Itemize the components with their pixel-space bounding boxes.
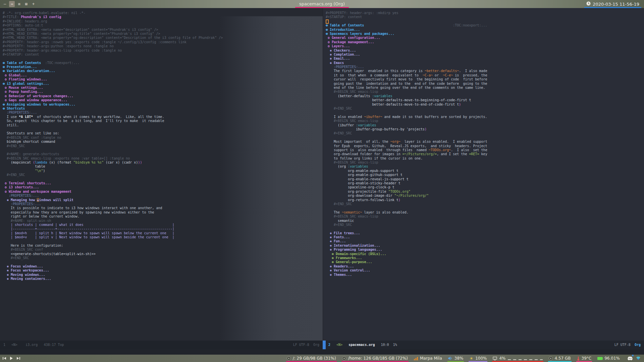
- buffer-line: o Mouse settings...: [3, 86, 323, 90]
- buffer-line: ⊛ Assigning windows to workspaces...: [3, 103, 323, 107]
- buffer-line: #+END_SRC: [326, 223, 644, 227]
- buffer-line: [326, 227, 644, 231]
- buffer-line: org-return-follows-link t): [326, 198, 644, 202]
- buffer-line: spaceline-org-clock-p t: [326, 185, 644, 189]
- buffer-line: #+HTML_HEAD_EXTRA: <meta property="og:de…: [3, 36, 323, 40]
- network-module: Marpa Mila: [411, 355, 445, 362]
- buffer-line: ✱ File trees...: [326, 231, 644, 235]
- right-mode-line[interactable]: 2 <N> spacemacs.org 10:0 1% LF UTF-8 Org: [323, 341, 644, 349]
- left-mode-line[interactable]: 1 <N> i3.org 438:17 Top LF UTF-8 Org: [0, 341, 323, 349]
- buffer-line: [3, 57, 323, 61]
- buffer-line: ✱ Themes...: [326, 273, 644, 277]
- buffer-line: ✱ Focus windows...: [3, 264, 323, 268]
- clock-icon: [586, 1, 591, 7]
- buffer-line: ✱ Email...: [326, 57, 644, 61]
- buffer-line: ⊛ Shortcuts: [3, 107, 323, 111]
- buffer-line: #+OPTIONS: auto-id:t: [3, 23, 323, 27]
- buffer-line: to follow org links if the cursor is on …: [326, 157, 644, 161]
- emacs-frame: # -*- org-confirm-babel-evaluate: nil -*…: [0, 8, 644, 355]
- media-controls: [0, 356, 20, 360]
- buffer-line: #+INCLUDE: headers.org: [3, 19, 323, 23]
- buffer-line: cursor will respectively first move to t…: [326, 77, 644, 81]
- disk-icon: [342, 356, 346, 360]
- disk-icon: [287, 356, 291, 360]
- echo-area[interactable]: [0, 349, 644, 355]
- buffer-line: <<generate-shortcuts(table=split-win-sh)…: [3, 252, 323, 256]
- buffer-line: #+PROPERTY: header-args:emacs-lisp :expo…: [3, 49, 323, 53]
- buffer-line: The ~semantic~ layer is also enabled.: [326, 210, 644, 215]
- buffer-line: [3, 177, 323, 181]
- buffer-line: right or below the current window.: [3, 215, 323, 219]
- buffer-line: :PROPERTIES:...: [3, 111, 323, 115]
- module-value: 100%: [475, 356, 487, 361]
- buffer-line: #+BEGIN_SRC emacs-lisp :exports none :va…: [3, 157, 323, 161]
- buffer-line: ✱ Completion...: [326, 53, 644, 57]
- buffer-line: (mapconcat (lambda (x) (format "bindsym …: [3, 161, 323, 165]
- module-value: /home: 126 GB/185 GB (72%): [348, 356, 408, 361]
- right-window-spacemacs-org[interactable]: #+PROPERTY: header-args: :mkdirp yes#+ST…: [323, 8, 644, 341]
- volume-module[interactable]: 38%: [445, 355, 467, 362]
- left-buffer[interactable]: # -*- org-confirm-babel-evaluate: nil -*…: [0, 8, 323, 281]
- temperature-icon: [577, 356, 580, 361]
- battery-icon: [597, 357, 602, 360]
- buffer-line: bindsym shortcut command: [3, 140, 323, 144]
- buffer-line: :PROPERTIES:...: [3, 202, 323, 206]
- play-icon[interactable]: [10, 356, 13, 360]
- buffer-line: #+PROPERTY: header-args:python :exports …: [3, 44, 323, 48]
- right-buffer[interactable]: #+PROPERTY: header-args: :mkdirp yes#+ST…: [323, 8, 644, 277]
- previous-icon[interactable]: [3, 357, 6, 360]
- buffer-line: I use *A LOT* of shortcuts when it comes…: [3, 115, 323, 119]
- disk-module: /home: 126 GB/185 GB (72%): [339, 355, 411, 362]
- buffer-line: ⊛ i3 global settings...: [3, 82, 323, 86]
- buffer-line: org-enable-epub-support t: [326, 169, 644, 173]
- buffer-line: # -*- org-confirm-babel-evaluate: nil -*…: [3, 11, 323, 15]
- active-window-accent-bar: [323, 341, 326, 349]
- left-mode-line-encoding: LF UTF-8 Org: [293, 341, 319, 349]
- module-value: 38%: [454, 356, 464, 361]
- buffer-line: org-enable-github-support t: [326, 173, 644, 177]
- buffer-line: o Terminal shortcuts...: [3, 181, 323, 185]
- buffer-line: table: [3, 165, 323, 169]
- buffer-line: o Floating windows...: [3, 77, 323, 81]
- buffer-line: ✱ Internationalization...: [326, 244, 644, 248]
- buffer-line: #+NAME: split-win-sh: [3, 219, 323, 223]
- buffer-line: #+HTML_HEAD_EXTRA: <meta name="descripti…: [3, 28, 323, 32]
- buffer-line: ✽ General-purpose...: [326, 260, 644, 264]
- buffer-line: [326, 19, 644, 23]
- buffer-line: ✱ Programming languages...: [326, 248, 644, 252]
- clock-module[interactable]: 2020-03-15 11-56-19: [584, 0, 641, 8]
- discord-tray-icon[interactable]: [628, 355, 633, 362]
- buffer-line: [326, 111, 644, 115]
- buffer-line: ✽ Frameworks...: [326, 256, 644, 260]
- wifi-tray-icon[interactable]: [636, 356, 641, 360]
- buffer-line: #+TITLE: Phundrak's i3 config: [3, 15, 323, 19]
- buffer-line: ⊛ Table of Contents :TOC:noexport:...: [3, 61, 323, 65]
- buffer-line: Here is the configuration:: [3, 244, 323, 248]
- buffer-line: org-enable-sticky-header t: [326, 181, 644, 185]
- buffer-line: support is also enabled through files na…: [326, 148, 644, 152]
- buffer-line: #+END_SRC: [3, 173, 323, 177]
- buffer-line: o Window and workspace management: [3, 190, 323, 194]
- buffer-line: Most important of all, the ~org~ layer i…: [326, 140, 644, 144]
- buffer-line: ✱ Emacs: [326, 61, 644, 65]
- buffer-line: #+STARTUP: content: [326, 15, 644, 19]
- window-title: spacemacs.org (Org): [295, 0, 349, 8]
- module-value: 39°C: [582, 356, 592, 361]
- buffer-line: [326, 136, 644, 140]
- buffer-line: [3, 239, 323, 243]
- buffer-line: ⊛ Variables declaration...: [3, 69, 323, 73]
- buffer-line: better-defaults-move-to-end-of-code-firs…: [326, 103, 644, 107]
- module-value: 96.01%: [604, 356, 620, 361]
- buffer-line: org-download-image-dir "~/Pictures/org/": [326, 194, 644, 198]
- next-icon[interactable]: [16, 357, 20, 360]
- disk-module: /: 29 GB/98 GB (31%): [284, 355, 339, 362]
- buffer-line: o General configuration...: [326, 36, 644, 40]
- buffer-line: #+BEGIN_SRC emacs-lisp: [326, 161, 644, 165]
- buffer-line: (better-defaults :variables: [326, 94, 644, 98]
- brightness-module[interactable]: ☀100%: [466, 355, 490, 362]
- buffer-line: ✱ Fun...: [326, 239, 644, 243]
- buffer-line: #+PROPERTY: header-args: :mkdirp yes: [326, 11, 644, 15]
- left-window-i3-org[interactable]: # -*- org-confirm-babel-evaluate: nil -*…: [0, 8, 323, 341]
- buffer-line: going past the indentation and to the en…: [326, 82, 644, 86]
- buffer-line: ✱ Version control...: [326, 268, 644, 273]
